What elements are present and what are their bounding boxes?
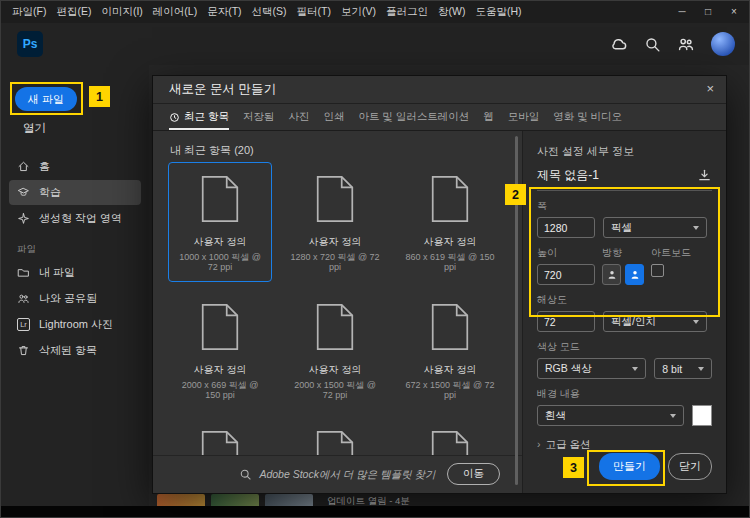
preset-name: 사용자 정의 <box>309 235 362 249</box>
resolution-input[interactable] <box>537 311 595 332</box>
height-input[interactable] <box>537 264 595 285</box>
preset-card-1[interactable]: 사용자 정의1000 x 1000 픽셀 @ 72 ppi <box>168 162 272 282</box>
tab-7[interactable]: 영화 및 비디오 <box>553 106 622 130</box>
menu-item-2[interactable]: 이미지(I) <box>96 2 147 22</box>
tab-0[interactable]: 최근 항목 <box>169 106 229 130</box>
preset-card-3[interactable]: 사용자 정의860 x 619 픽셀 @ 150 ppi <box>398 162 502 282</box>
preset-name: 사용자 정의 <box>309 363 362 377</box>
cloud-icon[interactable] <box>610 35 628 53</box>
sidebar-item-lightroom-photos[interactable]: LrLightroom 사진 <box>9 312 141 337</box>
annotation-step-1: 1 <box>89 86 110 107</box>
tab-3[interactable]: 인쇄 <box>323 106 344 130</box>
document-icon <box>430 175 470 223</box>
home-icon <box>17 160 30 173</box>
orientation-label: 방향 <box>602 246 644 260</box>
user-avatar[interactable] <box>711 32 735 56</box>
preset-detail: 2000 x 669 픽셀 @ 150 ppi <box>173 380 267 401</box>
document-title-field[interactable]: 제목 없음-1 <box>537 167 599 184</box>
header-icons <box>610 32 735 56</box>
sidebar-item-learn[interactable]: 학습 <box>9 180 141 205</box>
bottom-black-bar <box>1 506 749 517</box>
resolution-unit-select[interactable]: 픽셀/인치 <box>603 311 707 332</box>
preset-details-panel: 사전 설정 세부 정보 제목 없음-1 폭 픽셀 높이 <box>522 131 726 493</box>
sidebar-item-deleted[interactable]: 삭제된 항목 <box>9 338 141 363</box>
preset-detail: 2000 x 1500 픽셀 @ 72 ppi <box>288 380 382 401</box>
tab-2[interactable]: 사진 <box>288 106 309 130</box>
artboard-checkbox[interactable] <box>651 264 664 277</box>
menu-item-6[interactable]: 필터(T) <box>292 2 336 22</box>
width-input[interactable] <box>537 217 595 238</box>
menu-item-0[interactable]: 파일(F) <box>7 2 51 22</box>
landscape-orientation-button[interactable] <box>625 264 644 285</box>
sidebar-item-generative-workspace[interactable]: 생성형 작업 영역 <box>9 206 141 231</box>
width-unit-select[interactable]: 픽셀 <box>603 217 707 238</box>
menu-item-4[interactable]: 문자(T) <box>202 2 246 22</box>
preset-card-2[interactable]: 사용자 정의1280 x 720 픽셀 @ 72 ppi <box>283 162 387 282</box>
background-color-swatch[interactable] <box>692 405 713 426</box>
document-icon <box>315 175 355 223</box>
background-select[interactable]: 흰색 <box>537 405 684 426</box>
sidebar-item-home[interactable]: 홈 <box>9 154 141 179</box>
menu-item-7[interactable]: 보기(V) <box>336 2 381 22</box>
create-button[interactable]: 만들기 <box>599 453 660 480</box>
preset-name: 사용자 정의 <box>424 235 477 249</box>
tab-5[interactable]: 웹 <box>483 106 494 130</box>
width-unit-value: 픽셀 <box>611 221 632 235</box>
community-icon[interactable] <box>677 35 695 53</box>
preset-detail: 1000 x 1000 픽셀 @ 72 ppi <box>173 252 267 273</box>
document-icon <box>430 303 470 351</box>
color-mode-value: RGB 색상 <box>545 362 592 376</box>
menu-bar: 파일(F)편집(E)이미지(I)레이어(L)문자(T)선택(S)필터(T)보기(… <box>1 2 527 22</box>
preset-card-5[interactable]: 사용자 정의2000 x 1500 픽셀 @ 72 ppi <box>283 290 387 410</box>
preset-detail: 860 x 619 픽셀 @ 150 ppi <box>403 252 497 273</box>
learn-icon <box>17 186 30 199</box>
height-label: 높이 <box>537 246 595 260</box>
stock-go-button[interactable]: 이동 <box>447 463 500 485</box>
color-mode-label: 색상 모드 <box>537 340 712 354</box>
dialog-title: 새로운 문서 만들기 <box>169 81 276 98</box>
bit-depth-select[interactable]: 8 bit <box>654 358 712 379</box>
tab-1[interactable]: 저장됨 <box>243 106 275 130</box>
portrait-orientation-button[interactable] <box>602 264 621 285</box>
background-value: 흰색 <box>545 409 566 423</box>
preset-detail: 1280 x 720 픽셀 @ 72 ppi <box>288 252 382 273</box>
dialog-close-icon[interactable]: × <box>706 81 714 96</box>
shared-icon <box>17 292 30 305</box>
color-mode-select[interactable]: RGB 색상 <box>537 358 646 379</box>
tab-6[interactable]: 모바일 <box>508 106 540 130</box>
width-label: 폭 <box>537 199 712 213</box>
home-sidebar: 새 파일 열기 홈학습생성형 작업 영역파일내 파일나와 공유됨LrLightr… <box>1 65 149 506</box>
tab-4[interactable]: 아트 및 일러스트레이션 <box>358 106 469 130</box>
preset-card-4[interactable]: 사용자 정의2000 x 669 픽셀 @ 150 ppi <box>168 290 272 410</box>
presets-grid: 사용자 정의1000 x 1000 픽셀 @ 72 ppi사용자 정의1280 … <box>153 162 522 493</box>
chevron-down-icon <box>632 367 638 371</box>
new-file-button[interactable]: 새 파일 <box>15 87 77 111</box>
save-preset-icon[interactable] <box>697 168 712 183</box>
advanced-options-toggle[interactable]: ›고급 옵션 <box>537 438 712 452</box>
sidebar-item-shared-with-me[interactable]: 나와 공유됨 <box>9 286 141 311</box>
menu-item-8[interactable]: 플러그인 <box>381 2 433 22</box>
divider <box>537 190 712 191</box>
preset-detail: 672 x 1500 픽셀 @ 72 ppi <box>403 380 497 401</box>
close-dialog-button[interactable]: 닫기 <box>668 453 712 480</box>
minimize-icon[interactable]: ─ <box>669 1 695 23</box>
preset-card-6[interactable]: 사용자 정의672 x 1500 픽셀 @ 72 ppi <box>398 290 502 410</box>
sidebar-item-my-files[interactable]: 내 파일 <box>9 260 141 285</box>
menu-item-1[interactable]: 편집(E) <box>51 2 96 22</box>
portrait-icon <box>606 269 618 281</box>
document-icon <box>315 303 355 351</box>
recent-section-title: 내 최근 항목 (20) <box>153 131 522 162</box>
new-document-dialog: 새로운 문서 만들기 × 최근 항목저장됨사진인쇄아트 및 일러스트레이션웹모바… <box>152 75 727 494</box>
close-window-icon[interactable]: × <box>721 1 747 23</box>
menu-item-5[interactable]: 선택(S) <box>247 2 292 22</box>
landscape-icon <box>629 269 641 281</box>
stock-search-text[interactable]: Adobe Stock에서 더 많은 템플릿 찾기 <box>259 468 435 482</box>
menu-item-10[interactable]: 도움말(H) <box>470 2 526 22</box>
open-button[interactable]: 열기 <box>23 121 149 136</box>
maximize-icon[interactable]: □ <box>695 1 721 23</box>
search-icon[interactable] <box>644 36 661 53</box>
menu-item-3[interactable]: 레이어(L) <box>148 2 202 22</box>
chevron-right-icon: › <box>537 438 541 450</box>
menu-item-9[interactable]: 창(W) <box>433 2 470 22</box>
chevron-down-icon <box>698 367 704 371</box>
